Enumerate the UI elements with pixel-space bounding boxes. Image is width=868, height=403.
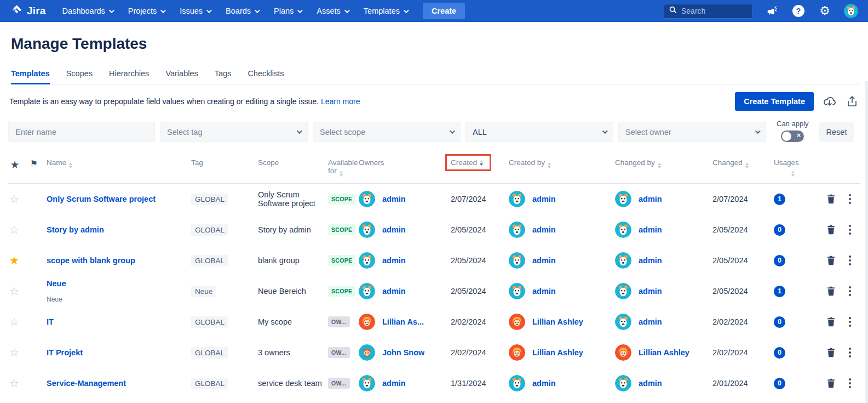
more-options-kebab-icon[interactable] [848, 193, 852, 205]
row-star-icon[interactable]: ☆ [8, 346, 25, 359]
sort-icon[interactable] [658, 163, 661, 168]
delete-trash-icon[interactable] [826, 317, 836, 327]
nav-create-button[interactable]: Create [423, 3, 465, 19]
sort-icon[interactable] [340, 171, 343, 177]
tag-filter-select[interactable]: Select tag [160, 122, 308, 142]
nav-menu-dashboards[interactable]: Dashboards [62, 7, 113, 15]
template-name-link[interactable]: Only Scrum Software project [47, 195, 156, 203]
created-by-link[interactable]: admin [532, 379, 556, 388]
nav-search-input[interactable] [681, 7, 744, 15]
more-options-kebab-icon[interactable] [848, 347, 852, 359]
usages-count-badge[interactable]: 1 [774, 194, 785, 205]
changed-by-link[interactable]: admin [639, 195, 662, 203]
row-star-icon[interactable]: ☆ [8, 223, 25, 236]
delete-trash-icon[interactable] [826, 378, 836, 388]
owner-filter-select[interactable]: Select owner [618, 122, 766, 142]
help-icon[interactable]: ? [791, 4, 806, 18]
more-options-kebab-icon[interactable] [848, 224, 852, 236]
nav-menu-assets[interactable]: Assets [317, 7, 348, 15]
export-share-icon[interactable] [846, 95, 859, 108]
announcements-icon[interactable] [765, 4, 779, 18]
sort-icon[interactable] [548, 163, 551, 168]
reset-button[interactable]: Reset [819, 122, 854, 142]
jira-logo[interactable]: Jira [11, 4, 46, 18]
row-star-icon[interactable]: ☆ [8, 285, 25, 298]
delete-trash-icon[interactable] [826, 194, 836, 204]
row-star-icon[interactable]: ★ [8, 254, 25, 267]
vertical-scrollbar[interactable] [865, 81, 868, 403]
template-name-link[interactable]: Neue [47, 279, 66, 288]
star-column-header-icon[interactable]: ★ [8, 158, 25, 171]
changed-by-link[interactable]: admin [639, 287, 662, 296]
name-column-header[interactable]: Name [47, 158, 191, 168]
changed-by-column-header[interactable]: Changed by [615, 158, 712, 168]
changed-by-link[interactable]: admin [639, 225, 662, 234]
row-star-icon[interactable]: ☆ [8, 315, 25, 328]
usages-column-header[interactable]: Usages [774, 158, 820, 177]
tab-hierarchies[interactable]: Hierarchies [109, 69, 149, 84]
created-by-link[interactable]: admin [532, 225, 556, 234]
template-name-link[interactable]: Story by admin [47, 225, 104, 234]
learn-more-link[interactable]: Learn more [321, 97, 360, 106]
more-options-kebab-icon[interactable] [848, 316, 852, 328]
owner-link[interactable]: admin [382, 256, 406, 265]
template-name-link[interactable]: IT [47, 317, 54, 326]
sort-icon[interactable] [791, 171, 795, 177]
usages-count-badge[interactable]: 0 [774, 224, 785, 236]
tab-scopes[interactable]: Scopes [66, 69, 93, 84]
name-filter-input[interactable] [15, 128, 148, 137]
created-column-header[interactable]: Created [451, 158, 509, 171]
tab-variables[interactable]: Variables [165, 69, 198, 84]
template-name-link[interactable]: Service-Management [47, 379, 126, 388]
nav-menu-issues[interactable]: Issues [180, 7, 210, 15]
changed-column-header[interactable]: Changed [712, 158, 774, 168]
created-by-link[interactable]: admin [532, 256, 556, 265]
owner-link[interactable]: admin [382, 195, 406, 203]
import-cloud-download-icon[interactable] [823, 94, 837, 109]
owner-link[interactable]: John Snow [382, 348, 424, 357]
tab-templates[interactable]: Templates [11, 69, 50, 84]
created-by-column-header[interactable]: Created by [509, 158, 615, 168]
user-avatar[interactable] [844, 4, 858, 18]
changed-by-link[interactable]: admin [639, 256, 662, 265]
more-options-kebab-icon[interactable] [848, 285, 852, 297]
tab-tags[interactable]: Tags [215, 69, 232, 84]
available-for-column-header[interactable]: Available for [328, 158, 359, 177]
usages-count-badge[interactable]: 1 [774, 286, 785, 297]
owner-link[interactable]: admin [382, 379, 406, 388]
template-name-link[interactable]: IT Projekt [47, 348, 83, 357]
sort-icon[interactable] [69, 163, 72, 168]
owner-link[interactable]: admin [382, 225, 406, 234]
flag-column-header-icon[interactable]: ⚑ [25, 158, 47, 169]
can-apply-toggle[interactable]: × [781, 130, 804, 142]
sort-icon[interactable] [745, 163, 749, 168]
nav-menu-templates[interactable]: Templates [364, 7, 407, 15]
nav-menu-boards[interactable]: Boards [226, 7, 258, 15]
usages-count-badge[interactable]: 0 [774, 378, 785, 389]
delete-trash-icon[interactable] [826, 256, 836, 265]
created-by-link[interactable]: Lillian Ashley [532, 317, 583, 326]
template-name-link[interactable]: scope with blank group [47, 256, 135, 265]
tab-checklists[interactable]: Checklists [248, 69, 284, 84]
created-by-link[interactable]: Lillian Ashley [532, 348, 583, 357]
nav-search-box[interactable] [664, 4, 753, 19]
owner-link[interactable]: admin [382, 287, 406, 296]
row-star-icon[interactable]: ☆ [8, 377, 25, 390]
changed-by-link[interactable]: admin [639, 317, 662, 326]
created-by-link[interactable]: admin [532, 195, 556, 203]
sort-icon-active-desc[interactable] [480, 160, 483, 166]
usages-count-badge[interactable]: 0 [774, 316, 785, 328]
delete-trash-icon[interactable] [826, 225, 836, 235]
scope-filter-select[interactable]: Select scope [313, 122, 461, 142]
changed-by-link[interactable]: admin [639, 379, 662, 388]
available-filter-select[interactable]: ALL [465, 122, 613, 142]
delete-trash-icon[interactable] [826, 348, 836, 357]
row-star-icon[interactable]: ☆ [8, 192, 25, 206]
more-options-kebab-icon[interactable] [848, 254, 852, 266]
nav-menu-plans[interactable]: Plans [274, 7, 301, 15]
changed-by-link[interactable]: Lillian Ashley [639, 348, 689, 357]
settings-gear-icon[interactable]: ⚙ [818, 4, 832, 18]
create-template-button[interactable]: Create Template [735, 92, 814, 111]
created-by-link[interactable]: admin [532, 287, 556, 296]
nav-menu-projects[interactable]: Projects [128, 7, 164, 15]
